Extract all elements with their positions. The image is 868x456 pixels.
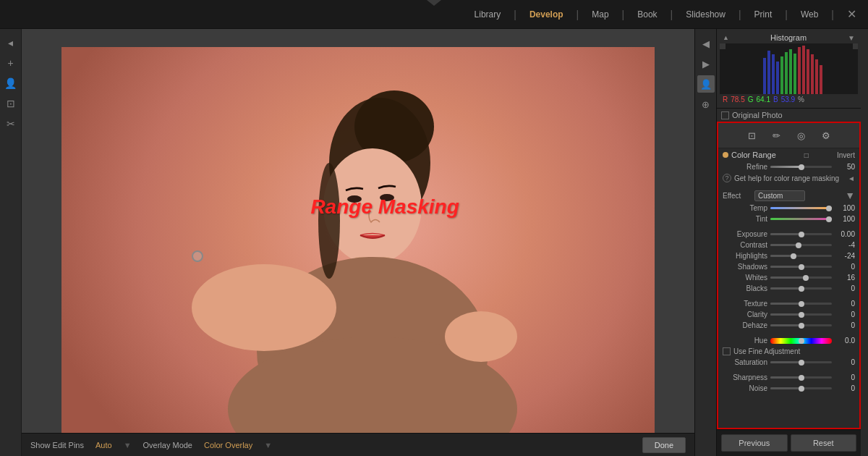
show-edit-pins-label: Show Edit Pins — [30, 441, 84, 449]
histogram-header: ▲ Histogram ▼ — [720, 32, 858, 43]
noise-slider[interactable] — [770, 387, 832, 389]
svg-rect-26 — [853, 43, 858, 49]
svg-point-10 — [445, 311, 517, 362]
whites-slider[interactable] — [770, 276, 832, 279]
help-icon: ? — [723, 174, 731, 182]
menu-items: Library | Develop | Map | Book | Slidesh… — [475, 7, 856, 21]
invert-checkbox[interactable]: □ — [804, 151, 809, 159]
tool-icon-heal[interactable]: ⊕ — [697, 96, 715, 113]
invert-label: Invert — [837, 151, 855, 159]
saturation-value: 0 — [835, 358, 855, 366]
right-panel: ▲ Histogram ▼ — [716, 29, 861, 456]
overlay-mode-label: Overlay Mode — [143, 441, 192, 449]
left-icon-person[interactable]: 👤 — [3, 75, 19, 91]
menu-print[interactable]: Print — [754, 9, 773, 20]
highlights-slider-row: Highlights -24 — [718, 250, 859, 261]
texture-value: 0 — [835, 300, 855, 308]
sharpness-slider-row: Sharpness 0 — [718, 372, 859, 383]
shadows-slider-row: Shadows 0 — [718, 261, 859, 272]
tint-slider-row: Tint 100 — [718, 214, 859, 224]
menu-map[interactable]: Map — [592, 9, 608, 20]
mask-tool-eye[interactable]: ◎ — [793, 127, 809, 143]
svg-rect-12 — [767, 51, 770, 94]
blacks-slider[interactable] — [770, 287, 832, 290]
clarity-label: Clarity — [723, 311, 767, 318]
temp-slider[interactable] — [770, 207, 832, 209]
color-overlay-value[interactable]: Color Overlay — [204, 441, 252, 449]
tint-slider[interactable] — [770, 218, 832, 220]
color-range-label: Color Range — [731, 151, 776, 159]
blacks-label: Blacks — [723, 284, 767, 292]
svg-rect-11 — [763, 58, 766, 94]
effect-label: Effect — [723, 192, 752, 200]
whites-label: Whites — [723, 274, 767, 282]
panel-bottom-buttons: Previous Reset — [717, 429, 861, 456]
auto-value[interactable]: Auto — [95, 441, 112, 449]
help-arrow[interactable]: ◄ — [848, 174, 855, 182]
svg-rect-19 — [798, 47, 801, 94]
mask-tool-select[interactable]: ⊡ — [744, 127, 760, 143]
contrast-label: Contrast — [723, 241, 767, 249]
left-icon-arrow-up[interactable]: ◂ — [3, 35, 19, 51]
tool-icon-person[interactable]: 👤 — [697, 75, 715, 93]
shadows-slider[interactable] — [770, 266, 832, 268]
histogram-panel: ▲ Histogram ▼ — [717, 29, 861, 109]
tool-icon-collapse[interactable]: ▶ — [697, 55, 715, 72]
whites-slider-row: Whites 16 — [718, 272, 859, 283]
hist-percent: % — [798, 96, 804, 104]
left-icon-crop[interactable]: ⊡ — [3, 96, 19, 111]
help-text: Get help for color range masking — [734, 174, 839, 182]
saturation-slider-row: Saturation 0 — [718, 357, 859, 368]
left-icon-plus[interactable]: + — [3, 55, 19, 71]
effect-row: Effect Custom ▼ — [718, 188, 859, 203]
sharpness-value: 0 — [835, 373, 855, 381]
effect-dropdown[interactable]: Custom — [754, 190, 805, 201]
dehaze-slider[interactable] — [770, 324, 832, 326]
previous-button[interactable]: Previous — [721, 434, 788, 452]
reset-button[interactable]: Reset — [791, 434, 857, 452]
svg-rect-13 — [772, 54, 775, 94]
done-button[interactable]: Done — [642, 437, 686, 453]
menu-web[interactable]: Web — [801, 9, 818, 20]
hist-b-label: B — [773, 96, 778, 104]
menu-book[interactable]: Book — [637, 9, 657, 20]
texture-label: Texture — [723, 300, 767, 308]
original-photo-checkbox[interactable] — [721, 111, 729, 119]
exposure-slider[interactable] — [770, 233, 832, 235]
effect-arrow[interactable]: ▼ — [845, 190, 855, 201]
saturation-slider[interactable] — [770, 361, 832, 363]
saturation-label: Saturation — [723, 358, 767, 366]
histogram-chevron[interactable]: ▼ — [848, 34, 855, 42]
menu-develop[interactable]: Develop — [529, 9, 563, 20]
color-range-row: Color Range □ Invert — [718, 148, 859, 161]
mask-tool-gear[interactable]: ⚙ — [818, 127, 834, 143]
hue-slider[interactable] — [770, 338, 832, 344]
menu-library[interactable]: Library — [475, 9, 501, 20]
noise-slider-row: Noise 0 — [718, 383, 859, 394]
texture-slider[interactable] — [770, 303, 832, 305]
photo-svg — [61, 47, 655, 438]
refine-slider-row: Refine 50 — [718, 161, 859, 172]
refine-slider[interactable] — [770, 166, 832, 168]
contrast-slider[interactable] — [770, 244, 832, 246]
exposure-slider-row: Exposure 0.00 — [718, 229, 859, 240]
mask-tool-brush[interactable]: ✏ — [769, 127, 785, 143]
develop-panel: ⊡ ✏ ◎ ⚙ Color Range □ Invert Refine — [717, 122, 861, 429]
menu-close[interactable]: ✕ — [847, 7, 856, 21]
left-sidebar: ◂ + 👤 ⊡ ✂ — [0, 29, 22, 456]
contrast-value: -4 — [835, 241, 855, 249]
tint-label: Tint — [723, 215, 767, 223]
tool-icon-expand[interactable]: ◀ — [697, 35, 715, 52]
left-icon-bandaid[interactable]: ✂ — [3, 116, 19, 132]
highlights-slider[interactable] — [770, 255, 832, 257]
fine-adj-row: Use Fine Adjustment — [718, 346, 859, 357]
svg-rect-22 — [811, 54, 814, 94]
menu-slideshow[interactable]: Slideshow — [686, 9, 726, 20]
fine-adj-checkbox[interactable] — [723, 347, 731, 355]
histogram-svg — [720, 43, 858, 94]
svg-point-7 — [318, 163, 340, 279]
clarity-slider[interactable] — [770, 313, 832, 316]
sharpness-slider[interactable] — [770, 376, 832, 379]
photo-container: Range Masking — [61, 47, 655, 438]
svg-rect-20 — [802, 46, 805, 94]
